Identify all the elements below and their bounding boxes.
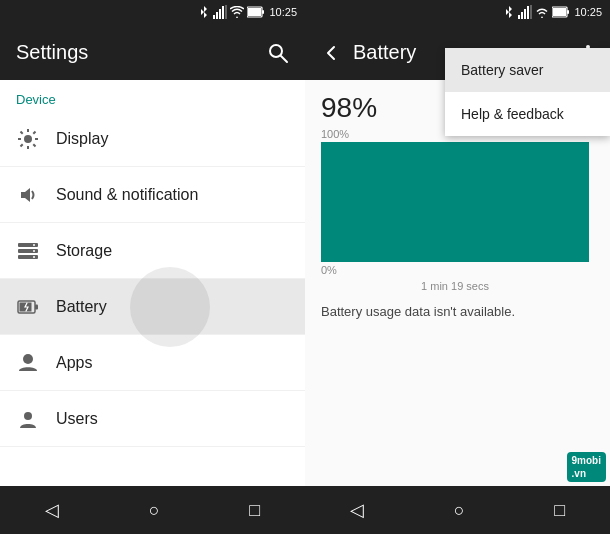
chart-label-0: 0%: [321, 264, 594, 276]
signal-icon: [213, 5, 227, 19]
svg-rect-30: [518, 15, 520, 19]
right-nav-bar: ◁ ○ □: [305, 486, 610, 534]
dropdown-menu: Battery saver Help & feedback: [445, 48, 610, 136]
left-nav-bar: ◁ ○ □: [0, 486, 305, 534]
menu-item-sound[interactable]: Sound & notification: [0, 167, 305, 223]
svg-line-15: [21, 131, 23, 133]
svg-rect-33: [527, 6, 529, 19]
watermark: 9mobi .vn: [567, 452, 606, 482]
svg-rect-34: [530, 5, 532, 19]
svg-line-17: [33, 131, 35, 133]
chart-time-label: 1 min 19 secs: [321, 280, 589, 292]
status-icons: [198, 5, 265, 19]
battery-label: Battery: [56, 298, 107, 316]
settings-app-bar: Settings: [0, 24, 305, 80]
right-status-bar: 10:25: [305, 0, 610, 24]
svg-point-10: [24, 135, 32, 143]
battery-icon: [247, 6, 265, 18]
svg-rect-27: [35, 304, 38, 309]
sound-label: Sound & notification: [56, 186, 198, 204]
storage-icon: [16, 239, 40, 263]
left-status-bar: 10:25: [0, 0, 305, 24]
menu-item-display[interactable]: Display: [0, 111, 305, 167]
apps-icon: [16, 351, 40, 375]
menu-item-apps[interactable]: Apps: [0, 335, 305, 391]
svg-rect-4: [225, 5, 227, 19]
dropdown-item-help[interactable]: Help & feedback: [445, 92, 610, 136]
settings-panel: 10:25 Settings Device: [0, 0, 305, 534]
battery-chart: [321, 142, 589, 262]
right-bluetooth-icon: [503, 5, 515, 19]
svg-line-16: [33, 144, 35, 146]
svg-rect-32: [524, 9, 526, 19]
wifi-icon: [230, 6, 244, 18]
menu-item-users[interactable]: Users: [0, 391, 305, 447]
bluetooth-icon: [198, 5, 210, 19]
svg-point-24: [33, 256, 35, 258]
svg-rect-2: [219, 9, 221, 19]
svg-rect-6: [248, 8, 261, 16]
svg-line-9: [281, 56, 287, 62]
settings-title: Settings: [16, 41, 88, 64]
right-signal-icon: [518, 5, 532, 19]
svg-rect-0: [213, 15, 215, 19]
svg-line-18: [21, 144, 23, 146]
display-icon: [16, 127, 40, 151]
right-battery-icon: [552, 6, 570, 18]
display-label: Display: [56, 130, 108, 148]
svg-rect-31: [521, 12, 523, 19]
sound-icon: [16, 183, 40, 207]
menu-item-battery[interactable]: Battery: [0, 279, 305, 335]
right-time: 10:25: [574, 6, 602, 18]
svg-point-22: [33, 244, 35, 246]
battery-panel: 10:25 Battery 98% 100% 0% 1 min 19 secs: [305, 0, 610, 534]
search-icon[interactable]: [267, 39, 289, 65]
svg-rect-7: [262, 10, 264, 14]
watermark-line2: .vn: [572, 468, 586, 479]
right-wifi-icon: [535, 6, 549, 18]
battery-content: 98% 100% 0% 1 min 19 secs Battery usage …: [305, 80, 610, 486]
right-status-icons: [503, 5, 570, 19]
home-button[interactable]: ○: [129, 492, 180, 529]
back-button[interactable]: ◁: [25, 491, 79, 529]
battery-menu-icon: [16, 295, 40, 319]
left-time: 10:25: [269, 6, 297, 18]
battery-chart-container: 100% 0% 1 min 19 secs: [321, 128, 594, 292]
svg-point-29: [24, 412, 32, 420]
recent-button[interactable]: □: [229, 492, 280, 529]
dropdown-item-battery-saver[interactable]: Battery saver: [445, 48, 610, 92]
device-section-label: Device: [0, 80, 305, 111]
apps-label: Apps: [56, 354, 92, 372]
watermark-line1: 9mobi: [572, 455, 601, 466]
svg-rect-3: [222, 6, 224, 19]
svg-rect-36: [553, 8, 566, 16]
right-recent-button[interactable]: □: [534, 492, 585, 529]
svg-point-8: [270, 45, 282, 57]
svg-point-28: [23, 354, 33, 364]
battery-back-icon[interactable]: [321, 41, 341, 64]
right-back-button[interactable]: ◁: [330, 491, 384, 529]
svg-rect-1: [216, 12, 218, 19]
battery-info-text: Battery usage data isn't available.: [321, 304, 594, 319]
svg-rect-37: [567, 10, 569, 14]
users-label: Users: [56, 410, 98, 428]
svg-point-23: [33, 250, 35, 252]
storage-label: Storage: [56, 242, 112, 260]
right-home-button[interactable]: ○: [434, 492, 485, 529]
users-icon: [16, 407, 40, 431]
